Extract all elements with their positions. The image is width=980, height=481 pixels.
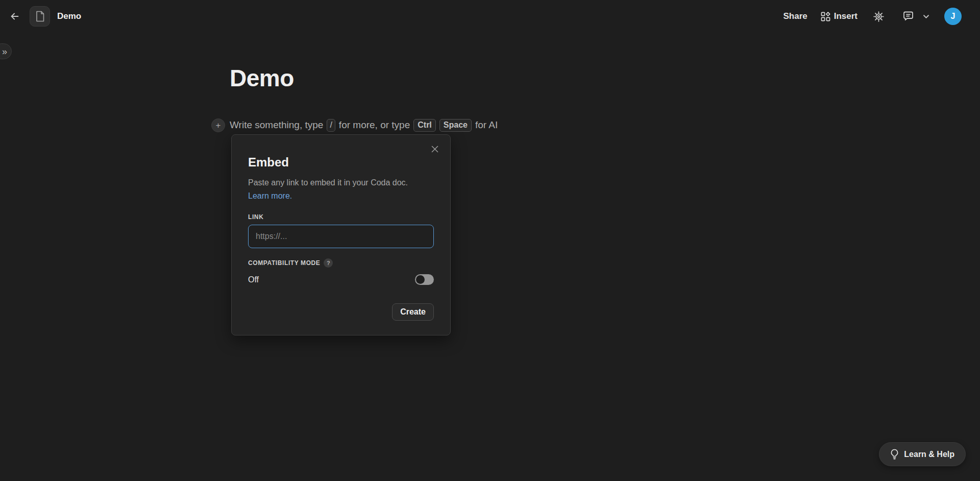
insert-button[interactable]: Insert <box>821 11 857 21</box>
topbar-right: Share Insert <box>783 8 962 25</box>
doc-title: Demo <box>57 11 81 21</box>
topbar-left: Demo <box>7 6 81 27</box>
comments-dropdown-button[interactable] <box>921 13 931 20</box>
link-input[interactable] <box>248 225 434 248</box>
share-button-label: Share <box>783 11 807 21</box>
sidebar-expand-button[interactable]: » <box>0 43 12 59</box>
add-block-button[interactable]: + <box>211 118 225 132</box>
avatar[interactable]: J <box>944 8 962 25</box>
compatibility-mode-label: COMPATIBILITY MODE <box>248 259 320 267</box>
slash-key-chip: / <box>327 119 335 132</box>
learn-help-label: Learn & Help <box>904 450 954 459</box>
settings-button[interactable] <box>871 9 887 25</box>
chevron-down-icon <box>923 15 929 18</box>
close-icon <box>431 145 439 153</box>
compatibility-toggle[interactable] <box>415 274 434 285</box>
ctrl-key-chip: Ctrl <box>413 119 436 132</box>
learn-more-link[interactable]: Learn more. <box>248 191 292 200</box>
plus-icon: + <box>216 121 221 130</box>
back-button[interactable] <box>7 9 22 24</box>
toggle-knob <box>416 275 425 284</box>
space-key-chip: Space <box>439 119 472 132</box>
dialog-title: Embed <box>248 155 434 170</box>
chat-bubble-icon <box>902 10 915 22</box>
avatar-initial: J <box>951 12 955 21</box>
insert-grid-icon <box>821 12 830 21</box>
double-chevron-right-icon: » <box>2 47 7 56</box>
create-button[interactable]: Create <box>392 303 434 321</box>
topbar: Demo Share Insert <box>0 0 980 33</box>
create-button-label: Create <box>400 307 426 316</box>
gear-icon <box>873 11 885 22</box>
help-icon[interactable]: ? <box>324 258 333 268</box>
document-icon <box>35 10 45 22</box>
lightbulb-icon <box>890 449 899 460</box>
comments-button[interactable] <box>900 8 917 25</box>
share-button[interactable]: Share <box>783 11 807 21</box>
dialog-footer: Create <box>248 303 434 321</box>
embed-dialog: Embed Paste any link to embed it in your… <box>231 134 451 335</box>
back-arrow-icon <box>9 11 20 22</box>
compatibility-mode-row: COMPATIBILITY MODE ? <box>248 258 434 268</box>
learn-help-button[interactable]: Learn & Help <box>879 442 966 466</box>
doc-icon-button[interactable] <box>30 6 50 27</box>
placeholder-segment: for more, or type <box>339 119 410 131</box>
compatibility-toggle-row: Off <box>248 274 434 285</box>
placeholder-segment: for AI <box>475 119 498 131</box>
editor-placeholder-text[interactable]: Write something, type / for more, or typ… <box>230 119 498 132</box>
toggle-state-label: Off <box>248 275 259 284</box>
placeholder-segment: Write something, type <box>230 119 323 131</box>
dialog-description-text: Paste any link to embed it in your Coda … <box>248 178 408 187</box>
page-title[interactable]: Demo <box>230 64 294 92</box>
dialog-close-button[interactable] <box>429 143 441 155</box>
editor-placeholder-row: + Write something, type / for more, or t… <box>211 118 498 132</box>
insert-button-label: Insert <box>834 11 857 21</box>
link-field-label: LINK <box>248 213 434 221</box>
dialog-description: Paste any link to embed it in your Coda … <box>248 176 434 202</box>
comments-group <box>900 8 931 25</box>
